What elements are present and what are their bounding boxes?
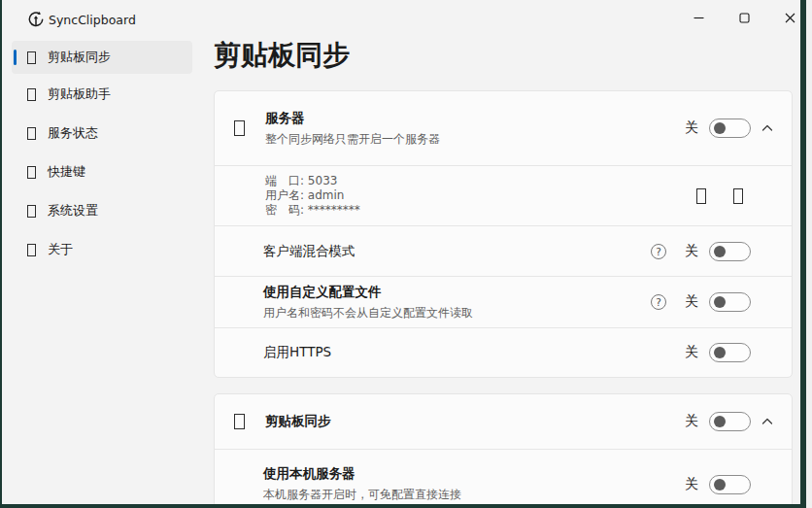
- custom-config-title: 使用自定义配置文件: [263, 284, 473, 301]
- chevron-up-icon[interactable]: [761, 121, 774, 135]
- local-server-state-label: 关: [685, 476, 698, 493]
- sidebar-item-clipboard-assistant[interactable]: 剪贴板助手: [12, 78, 192, 111]
- app-window: SyncClipboard 剪贴板同步 剪贴板助手 服务状态: [2, 0, 800, 504]
- copy-info-button[interactable]: [696, 188, 706, 204]
- edit-info-button[interactable]: [733, 188, 743, 204]
- help-icon[interactable]: ?: [651, 294, 666, 310]
- sidebar-item-service-status[interactable]: 服务状态: [12, 117, 192, 150]
- server-card: 服务器 整个同步网络只需开启一个服务器 关 端 口: 5033 用户名: adm…: [214, 90, 793, 378]
- custom-config-subtitle: 用户名和密码不会从自定义配置文件读取: [263, 305, 473, 322]
- port-value: 5033: [308, 174, 338, 187]
- minimize-icon: [694, 13, 704, 23]
- sidebar-item-label: 剪贴板同步: [48, 49, 111, 66]
- server-card-subtitle: 整个同步网络只需开启一个服务器: [265, 131, 440, 148]
- port-line: 端 口: 5033: [265, 174, 360, 188]
- clipboard-sync-card-icon: [234, 414, 245, 429]
- https-state-label: 关: [685, 344, 698, 361]
- password-line: 密 码: *********: [265, 203, 360, 218]
- client-mixed-mode-toggle[interactable]: [709, 242, 751, 261]
- server-toggle[interactable]: [709, 119, 751, 138]
- custom-config-row: 使用自定义配置文件 用户名和密码不会从自定义配置文件读取 ? 关: [215, 276, 792, 327]
- toggle-knob: [714, 122, 726, 134]
- server-icon: [234, 120, 245, 136]
- enable-https-row: 启用HTTPS 关: [215, 327, 792, 377]
- server-toggle-state-label: 关: [685, 119, 698, 137]
- system-settings-icon: [27, 205, 36, 218]
- about-icon: [27, 244, 36, 256]
- client-mixed-mode-title: 客户端混合模式: [263, 243, 355, 260]
- use-local-server-row: 使用本机服务器 本机服务器开启时，可免配置直接连接 关: [215, 449, 792, 504]
- sidebar: 剪贴板同步 剪贴板助手 服务状态 快捷键 系统设置 关于: [2, 39, 201, 504]
- chevron-up-icon[interactable]: [761, 415, 774, 428]
- service-status-icon: [27, 127, 36, 140]
- use-local-server-title: 使用本机服务器: [263, 465, 461, 483]
- use-local-server-toggle[interactable]: [709, 475, 751, 494]
- password-value: *********: [308, 203, 360, 217]
- sync-toggle-state-label: 关: [685, 413, 698, 430]
- sidebar-item-label: 服务状态: [48, 124, 98, 142]
- username-value: admin: [308, 188, 345, 202]
- close-button[interactable]: [767, 0, 800, 35]
- sidebar-item-label: 剪贴板助手: [48, 85, 111, 103]
- sidebar-item-label: 关于: [48, 241, 73, 258]
- desktop-background-strip: [806, 0, 812, 508]
- help-icon[interactable]: ?: [651, 244, 666, 259]
- page-title: 剪贴板同步: [214, 37, 350, 74]
- clipboard-sync-toggle[interactable]: [709, 412, 751, 431]
- sidebar-item-hotkeys[interactable]: 快捷键: [12, 155, 192, 188]
- server-card-header[interactable]: 服务器 整个同步网络只需开启一个服务器 关: [215, 91, 792, 165]
- close-icon: [785, 13, 795, 23]
- hotkeys-icon: [27, 166, 36, 179]
- sidebar-item-label: 快捷键: [48, 163, 85, 181]
- client-mixed-mode-row: 客户端混合模式 ? 关: [215, 225, 792, 276]
- server-card-title: 服务器: [265, 110, 440, 127]
- use-local-server-subtitle: 本机服务器开启时，可免配置直接连接: [263, 487, 461, 503]
- enable-https-toggle[interactable]: [709, 343, 751, 362]
- custom-config-toggle[interactable]: [709, 292, 751, 312]
- app-logo-sync-icon: [27, 11, 45, 28]
- clipboard-sync-card-header[interactable]: 剪贴板同步 关: [215, 394, 792, 449]
- sidebar-item-label: 系统设置: [48, 202, 98, 220]
- username-line: 用户名: admin: [265, 188, 360, 203]
- app-title: SyncClipboard: [49, 13, 136, 27]
- sidebar-item-about[interactable]: 关于: [12, 233, 192, 266]
- server-info-row: 端 口: 5033 用户名: admin 密 码: *********: [215, 165, 792, 225]
- sidebar-item-clipboard-sync[interactable]: 剪贴板同步: [12, 41, 192, 74]
- enable-https-title: 启用HTTPS: [263, 344, 331, 361]
- custom-config-state-label: 关: [685, 293, 698, 311]
- minimize-button[interactable]: [676, 0, 721, 35]
- clipboard-sync-card: 剪贴板同步 关 使用本机服务器 本机服务器开启时，可免配置直接连接 关: [214, 393, 793, 504]
- clipboard-sync-icon: [27, 51, 36, 64]
- titlebar: SyncClipboard: [2, 0, 800, 39]
- selection-accent-bar: [14, 50, 17, 65]
- maximize-button[interactable]: [722, 0, 766, 35]
- mixed-mode-state-label: 关: [685, 243, 698, 260]
- server-info-text: 端 口: 5033 用户名: admin 密 码: *********: [265, 174, 360, 218]
- clipboard-assistant-icon: [27, 88, 36, 101]
- maximize-icon: [739, 13, 750, 23]
- sidebar-item-system-settings[interactable]: 系统设置: [12, 194, 192, 227]
- clipboard-sync-card-title: 剪贴板同步: [265, 413, 331, 430]
